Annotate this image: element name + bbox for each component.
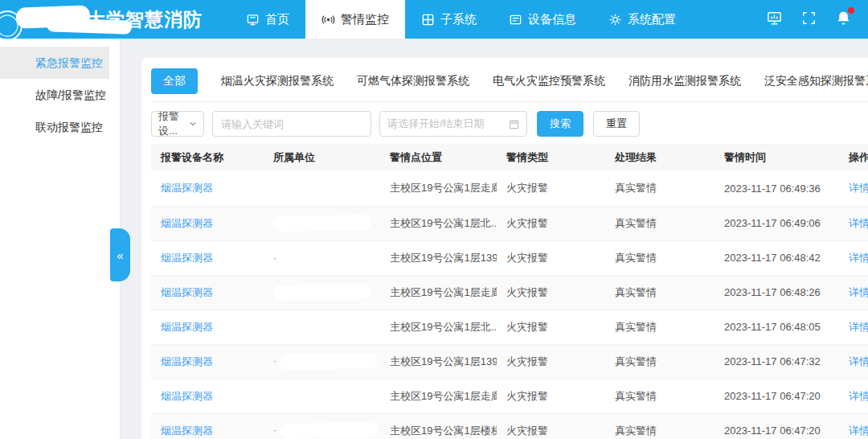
column-header[interactable]: 警情类型: [497, 144, 605, 171]
tab-gas[interactable]: 可燃气体探测报警系统: [357, 74, 469, 88]
nav-subsystem[interactable]: 子系统: [405, 0, 493, 39]
operations-cell: 详情处理: [839, 310, 868, 344]
handle-result-cell: 真实警情: [605, 344, 714, 379]
top-navbar: 大学智慧消防 首页警情监控子系统设备信息系统配置: [0, 0, 868, 39]
chevron-down-icon: [189, 120, 197, 128]
nav-home[interactable]: 首页: [230, 0, 305, 39]
alarm-table: 报警设备名称所属单位警情点位置警情类型处理结果警情时间操作 烟温探测器主校区19…: [151, 144, 868, 439]
column-header-label: 警情时间: [724, 150, 766, 165]
fullscreen-button[interactable]: [800, 10, 817, 30]
handle-result-cell: 真实警情: [605, 379, 714, 413]
device-name-link[interactable]: 烟温探测器: [161, 217, 213, 229]
alarm-time-cell: 2023-11-17 06:47:32: [714, 344, 839, 379]
location-cell: 主校区19号公寓1层北...: [380, 310, 497, 344]
table-row: 烟温探测器主校区19号公寓1层走廊4火灾报警真实警情2023-11-17 06:…: [151, 171, 868, 206]
location-cell: 主校区19号公寓1层走廊4: [380, 379, 497, 413]
tab-pan-safety[interactable]: 泛安全感知探测报警系统: [764, 74, 868, 88]
content-card: 全部烟温火灾探测报警系统可燃气体探测报警系统电气火灾监控预警系统消防用水监测报警…: [141, 58, 868, 439]
device-name-link[interactable]: 烟温探测器: [161, 390, 213, 402]
column-header: 操作: [839, 144, 868, 171]
table-row: 烟温探测器主校区19号公寓1层北...火灾报警真实警情2023-11-17 06…: [151, 206, 868, 240]
app-title: 大学智慧消防: [87, 7, 203, 32]
sidebar-item-emergency-alarm[interactable]: 紧急报警监控: [0, 47, 109, 79]
redaction-mark: ·: [273, 425, 276, 436]
redaction-scribble: [273, 284, 371, 301]
unit-cell: ·: [264, 240, 380, 275]
table-body: 烟温探测器主校区19号公寓1层走廊4火灾报警真实警情2023-11-17 06:…: [151, 171, 868, 439]
select-value: 报警设...: [158, 109, 189, 138]
device-name-link[interactable]: 烟温探测器: [161, 286, 213, 298]
alarm-type-cell: 火灾报警: [497, 344, 605, 379]
location-cell: 主校区19号公寓1层走廊4: [380, 171, 497, 206]
redaction-mark: ·: [273, 252, 276, 264]
detail-link[interactable]: 详情: [849, 424, 868, 438]
main-content: 全部烟温火灾探测报警系统可燃气体探测报警系统电气火灾监控预警系统消防用水监测报警…: [121, 39, 868, 439]
unit-cell: ·: [264, 344, 380, 379]
handle-result-cell: 真实警情: [605, 206, 714, 240]
tab-smoke-temp[interactable]: 烟温火灾探测报警系统: [221, 74, 334, 88]
sidebar-item-linkage-alarm[interactable]: 联动报警监控: [0, 111, 109, 143]
unit-cell: [264, 379, 380, 413]
device-name-link[interactable]: 烟温探测器: [161, 182, 213, 194]
alarm-time-cell: 2023-11-17 06:47:20: [714, 413, 839, 439]
device-name-link[interactable]: 烟温探测器: [161, 321, 213, 333]
table-row: 烟温探测器·主校区19号公寓1层楼梯3火灾报警真实警情2023-11-17 06…: [151, 413, 868, 439]
column-header-label: 警情类型: [506, 150, 548, 165]
column-header-label: 处理结果: [615, 150, 657, 165]
location-cell: 主校区19号公寓1层139: [380, 240, 497, 275]
device-name-link[interactable]: 烟温探测器: [161, 252, 213, 264]
sidebar-item-fault-alarm[interactable]: 故障/报警监控: [0, 79, 109, 111]
redaction-scribble: [273, 215, 371, 232]
column-header: 所属单位: [264, 144, 380, 171]
tab-electrical[interactable]: 电气火灾监控预警系统: [493, 74, 605, 88]
nav-alarm-monitor[interactable]: 警情监控: [305, 0, 405, 39]
filter-bar: 报警设... 请选择开始/结束日期 搜索 重置: [151, 111, 868, 137]
search-button[interactable]: 搜索: [537, 111, 583, 137]
alarm-time-cell: 2023-11-17 06:48:05: [714, 310, 839, 344]
detail-link[interactable]: 详情: [849, 320, 868, 334]
device-info-icon: [509, 13, 522, 27]
nav-device-info[interactable]: 设备信息: [493, 0, 592, 39]
handle-result-cell: 真实警情: [605, 310, 714, 344]
detail-link[interactable]: 详情: [849, 181, 868, 195]
column-header[interactable]: 处理结果: [605, 144, 714, 171]
tab-water[interactable]: 消防用水监测报警系统: [628, 74, 741, 88]
table-row: 烟温探测器主校区19号公寓1层走廊4火灾报警真实警情2023-11-17 06:…: [151, 379, 868, 413]
location-cell: 主校区19号公寓1层139: [380, 344, 497, 379]
column-header: 警情点位置: [380, 144, 497, 171]
redaction-scribble: [280, 422, 378, 439]
operations-cell: 详情处理: [839, 240, 868, 275]
alarm-field-select[interactable]: 报警设...: [151, 111, 204, 137]
operations-cell: 详情处理: [839, 206, 868, 240]
nav-system-config[interactable]: 系统配置: [592, 0, 692, 39]
alarm-type-cell: 火灾报警: [497, 171, 605, 206]
table-row: 烟温探测器·主校区19号公寓1层139火灾报警真实警情2023-11-17 06…: [151, 344, 868, 379]
reset-button[interactable]: 重置: [593, 111, 640, 137]
detail-link[interactable]: 详情: [849, 251, 868, 265]
handle-result-cell: 真实警情: [605, 275, 714, 310]
calendar-icon: [509, 119, 519, 129]
detail-link[interactable]: 详情: [849, 285, 868, 300]
tab-all[interactable]: 全部: [151, 68, 198, 94]
bigscreen-button[interactable]: [766, 10, 783, 30]
location-cell: 主校区19号公寓1层楼梯3: [380, 413, 497, 439]
location-cell: 主校区19号公寓1层北...: [380, 206, 497, 240]
keyword-input[interactable]: [212, 111, 371, 137]
sidebar-collapse-handle[interactable]: «: [110, 228, 130, 281]
operations-cell: 详情处理: [839, 171, 868, 206]
brand-area: 大学智慧消防: [0, 0, 223, 39]
date-placeholder: 请选择开始/结束日期: [387, 117, 485, 131]
date-range-picker[interactable]: 请选择开始/结束日期: [379, 111, 527, 137]
notification-bell[interactable]: [835, 10, 852, 30]
device-name-link[interactable]: 烟温探测器: [161, 425, 213, 437]
unit-cell: [264, 206, 380, 240]
device-name-link[interactable]: 烟温探测器: [161, 355, 213, 367]
column-header-label: 警情点位置: [390, 150, 442, 165]
nav-item-label: 系统配置: [628, 12, 676, 27]
system-tabs: 全部烟温火灾探测报警系统可燃气体探测报警系统电气火灾监控预警系统消防用水监测报警…: [151, 68, 868, 102]
alarm-type-cell: 火灾报警: [497, 413, 605, 439]
detail-link[interactable]: 详情: [849, 216, 868, 231]
detail-link[interactable]: 详情: [849, 355, 868, 369]
detail-link[interactable]: 详情: [849, 389, 868, 404]
alarm-time-cell: 2023-11-17 06:47:20: [714, 379, 839, 413]
